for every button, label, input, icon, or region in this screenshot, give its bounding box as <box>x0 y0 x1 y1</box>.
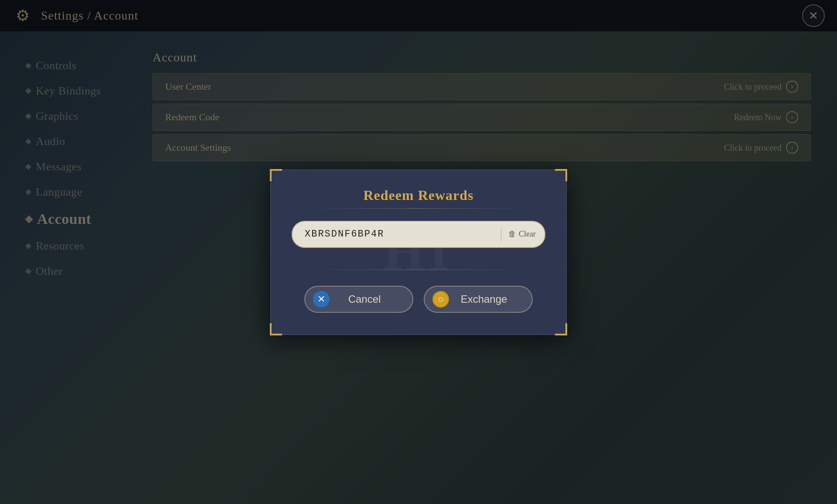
corner-decoration-br <box>555 323 567 335</box>
cancel-button[interactable]: ✕ Cancel <box>304 286 413 313</box>
exchange-button[interactable]: ○ Exchange <box>424 286 533 313</box>
cancel-label: Cancel <box>336 293 393 305</box>
cancel-icon: ✕ <box>313 291 330 308</box>
exchange-label: Exchange <box>455 293 513 305</box>
corner-decoration-tr <box>555 169 567 181</box>
modal-bottom-decoration <box>311 270 527 270</box>
corner-decoration-tl <box>270 169 282 181</box>
code-input-wrapper: 🗑 Clear <box>292 221 545 248</box>
modal-overlay: HI Redeem Rewards 🗑 Clear ✕ Cancel <box>0 0 837 504</box>
corner-decoration-bl <box>270 323 282 335</box>
redeem-rewards-modal: HI Redeem Rewards 🗑 Clear ✕ Cancel <box>270 169 567 335</box>
exchange-icon: ○ <box>432 291 449 308</box>
trash-icon: 🗑 <box>508 230 516 239</box>
modal-title-container: Redeem Rewards <box>292 187 545 203</box>
input-divider <box>501 227 501 241</box>
code-input[interactable] <box>305 229 494 240</box>
modal-buttons: ✕ Cancel ○ Exchange <box>292 286 545 313</box>
clear-button[interactable]: 🗑 Clear <box>508 230 536 239</box>
modal-title: Redeem Rewards <box>292 187 545 203</box>
